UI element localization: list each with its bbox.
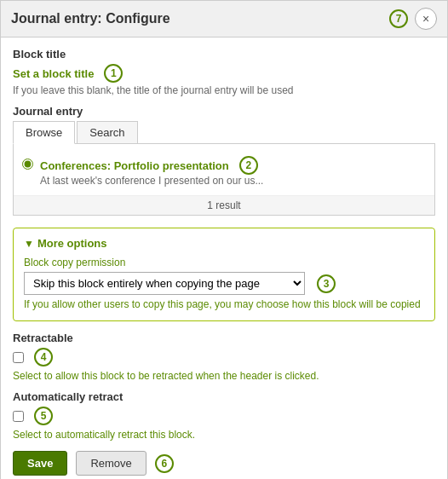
more-options-section: ▼ More options Block copy permission Ski… [13,228,435,321]
chevron-down-icon: ▼ [24,238,34,250]
retractable-label: Retractable [13,332,435,344]
auto-retract-row: 5 [13,407,435,425]
step-2-indicator: 2 [239,156,258,175]
auto-retract-checkbox[interactable] [13,411,24,422]
block-title-label: Block title [13,48,435,61]
result-count: 1 result [14,195,434,215]
result-title[interactable]: Conferences: Portfolio presentation [40,159,229,172]
tab-search[interactable]: Search [77,121,137,143]
set-block-title-link[interactable]: Set a block title [13,67,94,80]
dialog-title: Journal entry: Configure [11,11,170,26]
dialog: Journal entry: Configure 7 × Block title… [0,0,448,479]
result-description: At last week's conference I presented on… [40,175,263,187]
dialog-header: Journal entry: Configure 7 × [1,1,447,38]
tab-browse[interactable]: Browse [13,121,75,144]
auto-retract-hint: Select to automatically retract this blo… [13,429,435,441]
tab-bar: Browse Search [13,121,435,144]
retractable-row: 4 [13,348,435,366]
step-6-indicator: 6 [155,454,174,473]
journal-entry-label: Journal entry [13,105,435,118]
retractable-section: Retractable 4 Select to allow this block… [13,332,435,382]
block-copy-select[interactable]: Skip this block entirely when copying th… [24,272,305,295]
more-options-header: ▼ More options [24,237,424,250]
block-copy-select-row: Skip this block entirely when copying th… [24,272,424,295]
save-button[interactable]: Save [13,451,67,476]
result-item: Conferences: Portfolio presentation 2 At… [22,153,426,192]
step-7-indicator: 7 [389,9,408,28]
retractable-hint: Select to allow this block to be retract… [13,370,435,382]
block-title-section: Block title Set a block title 1 If you l… [13,48,435,96]
block-title-hint: If you leave this blank, the title of th… [13,84,435,96]
journal-entry-section: Journal entry Browse Search Conferences:… [13,105,435,216]
step-1-indicator: 1 [104,64,123,83]
remove-button[interactable]: Remove [76,451,146,476]
tab-content-browse: Conferences: Portfolio presentation 2 At… [13,144,435,216]
dialog-body: Block title Set a block title 1 If you l… [1,38,447,479]
auto-retract-label: Automatically retract [13,390,435,403]
close-button[interactable]: × [415,8,437,30]
more-options-label: More options [37,237,107,250]
result-radio[interactable] [22,159,33,170]
step-3-indicator: 3 [317,274,336,293]
step-4-indicator: 4 [34,348,53,366]
step-5-indicator: 5 [34,407,53,425]
auto-retract-section: Automatically retract 5 Select to automa… [13,390,435,441]
block-copy-label: Block copy permission [24,257,424,268]
copy-hint: If you allow other users to copy this pa… [24,298,424,310]
retractable-checkbox[interactable] [13,352,24,363]
button-row: Save Remove 6 [13,451,435,476]
